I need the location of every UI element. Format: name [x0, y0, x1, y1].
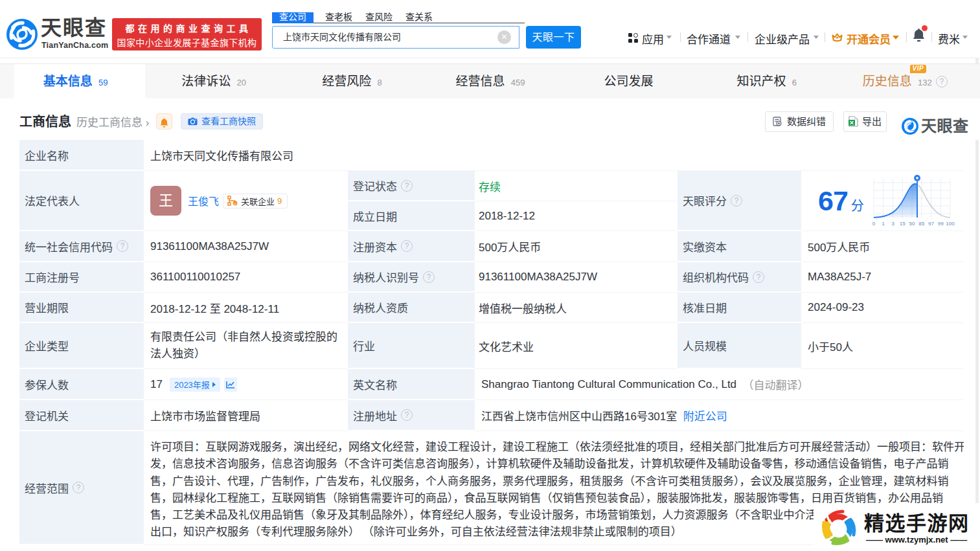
svg-text:15: 15 — [900, 221, 906, 227]
svg-text:100: 100 — [946, 221, 955, 227]
svg-text:3: 3 — [891, 221, 895, 227]
svg-text:85: 85 — [918, 221, 924, 227]
svg-text:97: 97 — [928, 221, 934, 227]
svg-text:99: 99 — [938, 221, 944, 227]
svg-text:企: 企 — [234, 202, 237, 206]
svg-text:0: 0 — [872, 221, 876, 227]
svg-text:1: 1 — [882, 221, 885, 227]
svg-text:50: 50 — [909, 221, 915, 227]
